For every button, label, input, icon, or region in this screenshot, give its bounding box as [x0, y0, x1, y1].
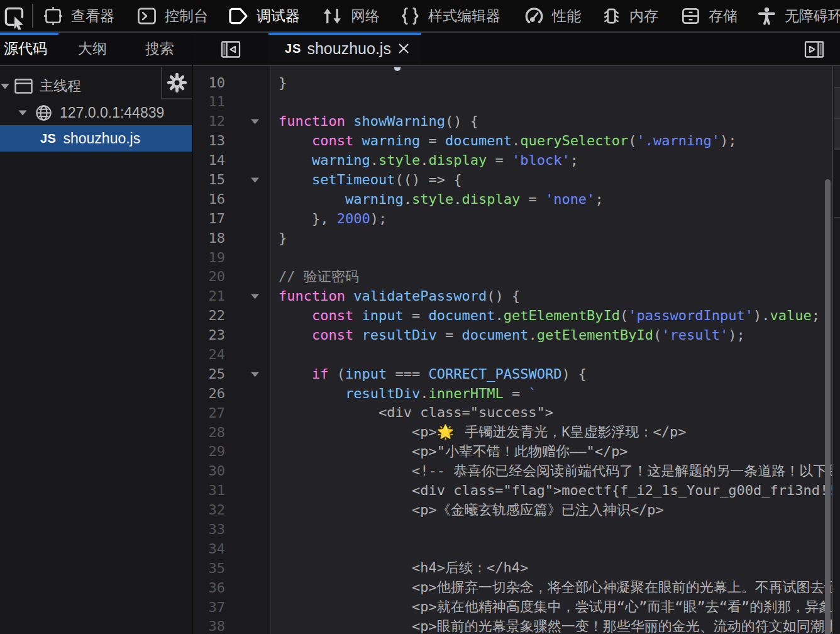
right-pane-accordion-sliver [834, 88, 840, 118]
gutter-line-35: 35 [193, 559, 270, 579]
globe-icon [36, 105, 52, 121]
toolbox-tab-label: 网络 [351, 6, 380, 26]
collapse-panes-button[interactable] [219, 38, 242, 60]
collapse-panes-icon [221, 41, 241, 58]
gutter-line-18: 18 [193, 229, 270, 248]
code-line-38: <p>眼前的光幕景象骤然一变！那些华丽的金光、流动的符文如同潮水般退去 [279, 617, 832, 634]
window-icon [14, 79, 33, 94]
editor-tab-active-line [268, 33, 421, 35]
fold-arrow-icon[interactable] [250, 372, 260, 377]
line-number[interactable]: 10 [193, 74, 225, 93]
host-label: 127.0.0.1:44839 [60, 104, 164, 121]
expand-panes-button[interactable] [803, 38, 826, 60]
source-editor: 1011121314151617181920212223242526272829… [193, 66, 832, 634]
toolbox-tab-memory[interactable]: 内存 [602, 0, 658, 31]
code-line-37: <p>就在他精神高度集中，尝试用“心”而非“眼”去“看”的刹那，异象突生！ [279, 598, 832, 617]
line-number[interactable]: 15 [193, 170, 225, 190]
toolbox-tab-storage[interactable]: 存储 [681, 0, 738, 31]
toolbox-tab-label: 存储 [709, 6, 738, 26]
accessibility-icon [757, 6, 776, 26]
tab-sources[interactable]: 源代码 [4, 33, 47, 65]
line-number[interactable]: 30 [193, 462, 225, 481]
tab-outline[interactable]: 大纲 [78, 33, 107, 65]
js-file-badge: JS [40, 131, 56, 146]
network-icon [322, 7, 343, 25]
tree-row-file-selected[interactable]: JS shouzhuo.js [0, 125, 192, 152]
toolbox-tab-label: 查看器 [71, 6, 114, 26]
line-number[interactable]: 27 [193, 404, 225, 423]
toolbox-tab-debugger[interactable]: 调试器 [229, 0, 300, 31]
line-number[interactable]: 16 [193, 190, 225, 209]
code-area[interactable]: }function showWarning() { const warning … [279, 74, 832, 634]
thread-label: 主线程 [40, 77, 81, 96]
line-number[interactable]: 32 [193, 501, 225, 520]
fold-arrow-icon[interactable] [250, 119, 260, 125]
line-number[interactable]: 21 [193, 287, 225, 306]
line-number[interactable]: 33 [193, 520, 225, 540]
code-line-26: resultDiv.innerHTML = ` [279, 384, 832, 404]
close-tab-icon[interactable] [397, 42, 411, 56]
toolbox-tab-performance[interactable]: 性能 [524, 0, 581, 31]
toolbox-tab-accessibility[interactable]: 无障碍环境 [757, 0, 840, 31]
editor-tab-shouzhuo-js[interactable]: JS shouzhuo.js [268, 33, 422, 65]
gutter-line-21: 21 [193, 287, 270, 306]
gutter-line-12: 12 [193, 112, 270, 131]
gutter-line-22: 22 [193, 306, 270, 326]
code-line-12: function showWarning() { [279, 112, 832, 131]
line-number[interactable]: 34 [193, 540, 225, 559]
js-file-badge: JS [285, 42, 301, 56]
line-number[interactable]: 24 [193, 345, 225, 365]
gutter-line-38: 38 [193, 617, 270, 634]
line-number[interactable]: 36 [193, 579, 225, 598]
line-number[interactable]: 37 [193, 598, 225, 618]
line-number[interactable]: 25 [193, 365, 225, 384]
toolbox-tab-label: 控制台 [165, 6, 208, 26]
line-number[interactable]: 26 [193, 384, 225, 404]
code-line-17: }, 2000); [279, 209, 832, 229]
line-number[interactable]: 17 [193, 209, 225, 229]
tab-search[interactable]: 搜索 [145, 33, 174, 65]
code-line-29: <p>"小辈不错！此物赠你——"</p> [279, 442, 832, 462]
line-number[interactable]: 22 [193, 306, 225, 326]
line-number[interactable]: 19 [193, 248, 225, 268]
line-number[interactable]: 28 [193, 423, 225, 443]
fold-arrow-icon[interactable] [250, 294, 260, 299]
line-number[interactable]: 14 [193, 151, 225, 170]
line-number[interactable]: 23 [193, 326, 225, 345]
code-line-23: const resultDiv = document.getElementByI… [279, 326, 832, 345]
line-number[interactable]: 18 [193, 229, 225, 248]
tree-row-host[interactable]: 127.0.0.1:44839 [0, 99, 192, 126]
line-number[interactable]: 35 [193, 559, 225, 579]
gutter-line-37: 37 [193, 598, 270, 618]
line-number[interactable]: 12 [193, 112, 225, 131]
gutter-line-13: 13 [193, 131, 270, 151]
toolbox-tab-label: 无障碍环境 [785, 6, 840, 26]
line-number[interactable]: 29 [193, 442, 225, 462]
sources-settings-button[interactable] [161, 67, 192, 99]
pick-element-button[interactable] [0, 0, 29, 31]
right-pane-section-sliver [834, 150, 840, 217]
toolbox-tab-console[interactable]: 控制台 [137, 0, 208, 31]
toolbox-tab-label: 样式编辑器 [428, 6, 500, 26]
gutter-line-23: 23 [193, 326, 270, 345]
line-number[interactable]: 31 [193, 481, 225, 501]
gutter-line-33: 33 [193, 520, 270, 540]
fold-arrow-icon[interactable] [250, 177, 260, 183]
line-number[interactable]: 11 [193, 92, 225, 112]
devtools-toolbar: 查看器控制台调试器网络样式编辑器性能内存存储无障碍环境 [0, 0, 840, 31]
toolbox-tab-network[interactable]: 网络 [322, 0, 380, 31]
right-pane-accordion-sliver [834, 119, 840, 148]
code-line-31: <div class="flag">moectf{f_i2_1s_Your_g0… [279, 481, 832, 501]
caret-down-icon[interactable] [1, 84, 9, 89]
line-number[interactable]: 13 [193, 131, 225, 151]
toolbox-tab-inspector[interactable]: 查看器 [43, 0, 114, 31]
debugger-right-pane-edge [832, 66, 840, 634]
line-number[interactable]: 20 [193, 267, 225, 287]
gutter-line-19: 19 [193, 248, 270, 268]
caret-down-icon[interactable] [18, 110, 27, 116]
code-line-11 [279, 92, 832, 112]
toolbox-tab-styleeditor[interactable]: 样式编辑器 [401, 0, 500, 31]
line-number[interactable]: 38 [193, 617, 225, 634]
toolbox-tab-label: 性能 [552, 6, 581, 26]
editor-vertical-scrollbar[interactable] [825, 179, 831, 634]
